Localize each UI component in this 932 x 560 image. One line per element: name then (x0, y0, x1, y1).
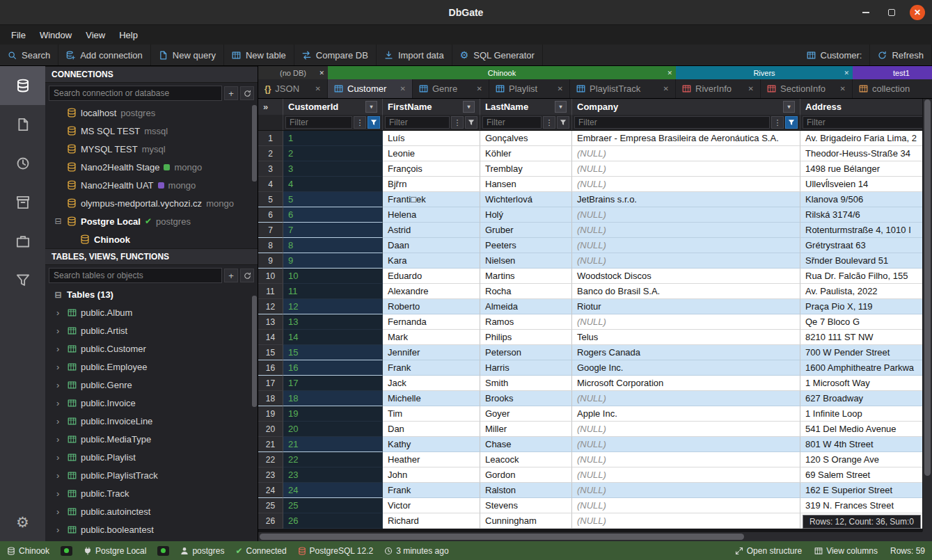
table-public-playlisttrack[interactable]: ›public.PlaylistTrack (45, 466, 258, 484)
row-number[interactable]: 11 (258, 284, 283, 299)
tables-search-input[interactable] (49, 268, 222, 283)
cell-lastname[interactable]: Rocha (480, 284, 572, 299)
filter-menu-button[interactable]: ⋮ (543, 116, 555, 129)
row-number[interactable]: 15 (258, 345, 283, 360)
cell-address[interactable]: 120 S Orange Ave (800, 452, 932, 467)
cell-address[interactable]: 541 Del Medio Avenue (800, 422, 932, 437)
iconbar-files[interactable] (0, 105, 45, 144)
cell-lastname[interactable]: Cunningham (480, 513, 572, 529)
cell-lastname[interactable]: Tremblay (480, 161, 572, 177)
filter-menu-button[interactable]: ⋮ (354, 116, 366, 129)
row-number[interactable]: 22 (258, 452, 283, 467)
table-public-autoinctest[interactable]: ›public.autoinctest (45, 502, 258, 520)
table-public-employee[interactable]: ›public.Employee (45, 358, 258, 376)
row-number[interactable]: 8 (258, 238, 283, 253)
cell-lastname[interactable]: Gonçalves (480, 131, 572, 146)
cell-customerid[interactable]: 25 (283, 498, 383, 513)
cell-lastname[interactable]: Wichterlová (480, 192, 572, 207)
cell-company[interactable]: Google Inc. (572, 360, 800, 376)
cell-lastname[interactable]: Leacock (480, 452, 572, 467)
chevron-right-icon[interactable]: › (56, 416, 63, 426)
cell-customerid[interactable]: 20 (283, 422, 383, 437)
toolbar-search-button[interactable]: Search (0, 45, 58, 65)
chevron-right-icon[interactable]: › (56, 344, 63, 354)
connection-nano2health-stage[interactable]: Nano2Health Stagemongo (45, 158, 258, 176)
cell-lastname[interactable]: Goyer (480, 406, 572, 422)
row-number[interactable]: 26 (258, 513, 283, 529)
row-number[interactable]: 17 (258, 376, 283, 391)
cell-firstname[interactable]: Dan (383, 422, 480, 437)
table-public-track[interactable]: ›public.Track (45, 484, 258, 502)
row-number[interactable]: 16 (258, 360, 283, 376)
cell-company[interactable]: (NULL) (572, 422, 800, 437)
tab-json[interactable]: {}JSON✕ (258, 79, 328, 98)
chevron-right-icon[interactable]: › (56, 525, 63, 535)
toolbar-refresh-button[interactable]: Refresh (870, 45, 932, 65)
cell-firstname[interactable]: Victor (383, 498, 480, 513)
tab-group-rivers[interactable]: Rivers✕ (676, 66, 853, 79)
iconbar-archive[interactable] (0, 183, 45, 222)
cell-company[interactable]: Woodstock Discos (572, 269, 800, 284)
cell-address[interactable]: Rua Dr. Falcão Filho, 155 (800, 269, 932, 284)
cell-customerid[interactable]: 11 (283, 284, 383, 299)
cell-lastname[interactable]: Chase (480, 437, 572, 452)
toolbar-add-connection-button[interactable]: Add connection (58, 45, 151, 65)
column-header-lastname[interactable]: LastName▾ (480, 99, 572, 115)
cell-lastname[interactable]: Köhler (480, 146, 572, 161)
filter-input-firstname[interactable] (385, 116, 450, 129)
close-tab-icon[interactable]: ✕ (315, 85, 321, 93)
filter-menu-button[interactable]: ⋮ (451, 116, 464, 129)
cell-address[interactable]: Grétrystraat 63 (800, 238, 932, 253)
cell-customerid[interactable]: 17 (283, 376, 383, 391)
iconbar-cell-data[interactable] (0, 261, 45, 300)
row-number[interactable]: 25 (258, 498, 283, 513)
row-number[interactable]: 13 (258, 314, 283, 330)
iconbar-history[interactable] (0, 144, 45, 183)
cell-address[interactable]: 1498 rue Bélanger (800, 161, 932, 177)
menu-help[interactable]: Help (112, 27, 145, 43)
cell-address[interactable]: Theodor-Heuss-Straße 34 (800, 146, 932, 161)
tab-customer[interactable]: Customer✕ (328, 79, 413, 98)
row-number[interactable]: 5 (258, 192, 283, 207)
statusbar-open-structure[interactable]: Open structure (735, 546, 802, 556)
connections-search-add-button[interactable]: + (224, 86, 238, 100)
cell-customerid[interactable]: 10 (283, 269, 383, 284)
cell-customerid[interactable]: 21 (283, 437, 383, 452)
cell-company[interactable]: (NULL) (572, 437, 800, 452)
menu-window[interactable]: Window (33, 27, 79, 43)
tab-playlisttrack[interactable]: PlaylistTrack✕ (570, 79, 676, 98)
cell-company[interactable]: (NULL) (572, 223, 800, 238)
tab-collection[interactable]: collection✕ (853, 79, 932, 98)
cell-company[interactable]: (NULL) (572, 483, 800, 498)
cell-address[interactable]: Ullevĺlsveien 14 (800, 177, 932, 192)
cell-address[interactable]: Klanova 9/506 (800, 192, 932, 207)
tab-genre[interactable]: Genre✕ (413, 79, 489, 98)
cell-address[interactable]: 8210 111 ST NW (800, 330, 932, 345)
connection-mysql-test[interactable]: MYSQL TESTmysql (45, 140, 258, 158)
cell-customerid[interactable]: 16 (283, 360, 383, 376)
statusbar-postgre-local[interactable]: Postgre Local (84, 546, 146, 556)
column-dropdown-icon[interactable]: ▾ (783, 101, 795, 113)
chevron-right-icon[interactable]: › (56, 380, 63, 390)
connections-search-refresh-button[interactable] (240, 86, 254, 100)
cell-lastname[interactable]: Almeida (480, 299, 572, 314)
close-tab-icon[interactable]: ✕ (400, 85, 406, 93)
filter-funnel-button[interactable] (557, 116, 569, 129)
cell-lastname[interactable]: Holý (480, 207, 572, 223)
cell-company[interactable]: (NULL) (572, 177, 800, 192)
cell-lastname[interactable]: Martins (480, 269, 572, 284)
cell-firstname[interactable]: Kara (383, 253, 480, 269)
chevron-right-icon[interactable]: › (56, 434, 63, 445)
cell-firstname[interactable]: Frank (383, 483, 480, 498)
tables-group-toggle[interactable]: ⊟Tables (13) (45, 286, 258, 303)
cell-address[interactable]: 319 N. Frances Street (800, 498, 932, 513)
tab-sectioninfo[interactable]: SectionInfo✕ (761, 79, 853, 98)
cell-company[interactable]: Banco do Brasil S.A. (572, 284, 800, 299)
toolbar-sql-generator-button[interactable]: ⚙SQL Generator (452, 45, 543, 65)
close-tab-icon[interactable]: ✕ (748, 85, 754, 93)
cell-company[interactable]: Embraer - Empresa Brasileira de Aeronáut… (572, 131, 800, 146)
row-number[interactable]: 19 (258, 406, 283, 422)
cell-customerid[interactable]: 18 (283, 391, 383, 406)
iconbar-plugins[interactable] (0, 222, 45, 261)
close-tab-icon[interactable]: ✕ (663, 85, 669, 93)
